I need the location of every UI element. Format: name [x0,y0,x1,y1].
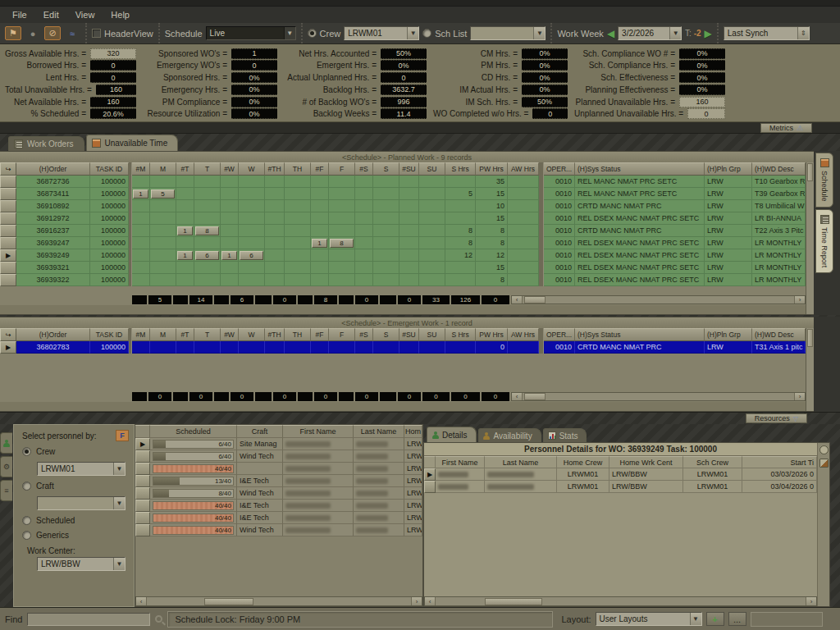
layout-options-button[interactable]: ... [728,612,746,626]
cell-day[interactable] [194,188,221,200]
cell-day[interactable] [150,274,176,286]
find-input[interactable] [27,613,150,626]
column-header-hrs[interactable]: PW Hrs [476,162,508,176]
cell-day[interactable] [355,200,373,212]
details-column-header[interactable]: First Name [436,456,485,468]
cell-day[interactable] [221,176,239,188]
planned-row[interactable]: 3693932210000080010REL DSEX MANC NMAT PR… [0,274,806,286]
cell-day[interactable] [419,212,445,225]
column-header-day[interactable]: #F [311,162,329,176]
cell-day[interactable] [265,237,285,249]
planned-row[interactable]: 36872736100000350010REL MANC NMAT PRC SE… [0,176,806,188]
record-circle-icon[interactable]: ● [25,26,41,40]
cell-day[interactable]: 5 [150,188,176,200]
cell-day[interactable] [419,225,445,237]
column-header-day[interactable]: SU [419,162,445,176]
cell-day[interactable] [373,200,399,212]
column-header-taskid[interactable]: TASK ID [90,328,129,341]
cell-day[interactable] [265,274,285,286]
column-header-day[interactable]: #W [221,162,239,176]
row-indicator[interactable] [0,262,16,274]
cell-day[interactable] [285,212,311,225]
column-header-day[interactable]: T [194,328,221,341]
column-header-hrs[interactable]: AW Hrs [508,162,539,176]
cell-day[interactable] [221,237,239,249]
cell-day[interactable] [329,200,355,212]
cell-day[interactable] [132,249,150,262]
hours-button[interactable]: 1 [177,251,193,260]
hours-button[interactable]: 1 [221,251,237,260]
cell-day[interactable] [132,237,150,249]
details-column-header[interactable]: Last Name [485,456,557,468]
resources-button[interactable]: Resources▽ [746,413,807,423]
cell-day[interactable] [265,249,285,262]
row-indicator[interactable] [0,225,16,237]
cell-day[interactable] [373,176,399,188]
cell-day[interactable] [419,341,445,354]
last-synch-control[interactable]: Last Synch⇕ [724,26,810,40]
people-tab-icon[interactable] [0,432,12,454]
column-header-desc[interactable]: (H)WD Desc [752,328,806,341]
cell-day[interactable] [355,225,373,237]
cell-day[interactable] [311,262,329,274]
row-indicator[interactable] [0,274,16,286]
cell-day[interactable]: 1 [176,225,194,237]
crew-select[interactable]: LRWM01▼ [344,26,419,40]
chevron-down-icon[interactable]: ▼ [113,463,125,475]
cell-day[interactable] [329,274,355,286]
cell-day[interactable] [399,225,419,237]
cell-day[interactable] [132,200,150,212]
f-button[interactable]: F [116,430,129,441]
row-indicator[interactable]: ▶ [0,249,16,262]
cell-day[interactable] [311,274,329,286]
cell-day[interactable] [132,341,150,354]
cell-day[interactable] [419,237,445,249]
cell-day[interactable] [239,176,265,188]
column-header-day[interactable]: #SU [399,328,419,341]
planned-hscrollbar[interactable]: ‹› [511,295,806,304]
cell-day[interactable] [355,176,373,188]
personnel-column-header[interactable]: Scheduled [150,425,237,438]
craft-radio[interactable] [22,482,31,491]
personnel-row[interactable]: 6/40Wind TechLRW [135,450,422,463]
row-indicator[interactable] [135,487,150,500]
scroll-thumb[interactable] [524,393,546,400]
cell-day[interactable] [176,200,194,212]
cell-day[interactable] [221,262,239,274]
column-header-taskid[interactable]: TASK ID [90,162,129,176]
cell-day[interactable] [221,225,239,237]
scroll-left-icon[interactable]: ‹ [512,393,523,400]
planned-row[interactable]: ▶36939249100000161612120010REL DSEX MANC… [0,249,806,262]
planned-row[interactable]: 3693924710000018880010REL DSEX MANC NMAT… [0,237,806,249]
cell-day[interactable] [285,237,311,249]
cell-day[interactable] [265,212,285,225]
slashed-circle-icon[interactable]: ⊘ [44,26,61,40]
planned-row[interactable]: 36873411100000155150010REL MANC NMAT PRC… [0,188,806,200]
column-header-day[interactable]: #T [176,162,194,176]
cell-day[interactable] [132,225,150,237]
cell-day[interactable] [194,200,221,212]
cell-day[interactable] [194,262,221,274]
column-header-plngrp[interactable]: (H)Pln Grp [705,328,752,341]
craft-filter-select[interactable]: ▼ [37,496,126,510]
cell-day[interactable] [419,262,445,274]
cell-day[interactable] [373,274,399,286]
column-header-day[interactable]: #TH [265,328,285,341]
hours-button[interactable]: 1 [133,189,148,199]
cell-day[interactable] [311,176,329,188]
cell-day[interactable] [176,274,194,286]
prev-week-arrow-icon[interactable]: ◀ [607,28,614,39]
column-header-order[interactable]: (H)Order [16,162,90,176]
personnel-row[interactable]: ▶6/40Site ManagLRW [135,438,422,450]
layout-select[interactable]: User Layouts▼ [596,612,702,626]
cell-day[interactable] [399,274,419,286]
row-indicator[interactable] [0,212,16,225]
cell-day[interactable] [150,262,176,274]
column-header-hrs[interactable]: S Hrs [445,162,476,176]
personnel-row[interactable]: 8/40Wind TechLRW [135,487,422,500]
cell-day[interactable] [265,262,285,274]
cell-day[interactable] [221,341,239,354]
column-header-day[interactable]: M [150,162,176,176]
column-header-day[interactable]: M [150,328,176,341]
column-header-day[interactable]: #W [221,328,239,341]
